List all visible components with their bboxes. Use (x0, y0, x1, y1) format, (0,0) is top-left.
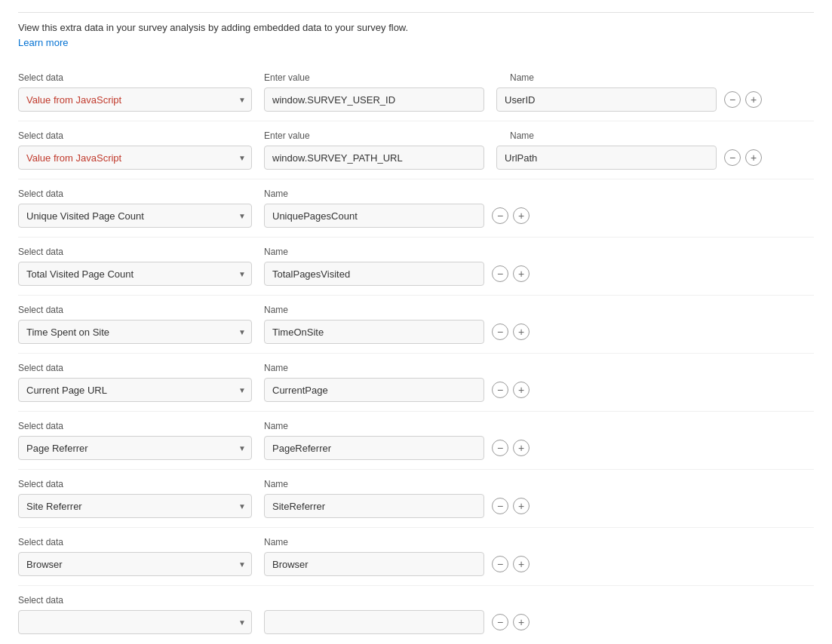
learn-more-link[interactable]: Learn more (18, 37, 68, 48)
add-row-button-9[interactable]: + (513, 556, 530, 572)
select-data-dropdown-4[interactable]: Total Visited Page Count (18, 262, 252, 286)
row-labels-2: Select dataEnter valueName (18, 130, 814, 141)
data-row-1: Select dataEnter valueNameValue from Jav… (18, 63, 814, 121)
select-data-label: Select data (18, 189, 252, 199)
select-data-dropdown-3[interactable]: Unique Visited Page Count (18, 204, 252, 228)
action-buttons-7: −+ (492, 440, 530, 456)
name-label: Name (264, 247, 288, 257)
remove-row-button-2[interactable]: − (724, 149, 741, 166)
data-row-6: Select dataNameCurrent Page URL▼−+ (18, 354, 814, 412)
data-row-10: Select data▼−+ (18, 586, 814, 643)
name-input-8[interactable] (264, 494, 484, 518)
name-label: Name (264, 189, 288, 199)
add-row-button-8[interactable]: + (513, 498, 530, 514)
name-input-2[interactable] (496, 146, 717, 170)
row-inputs-2: Value from JavaScript▼−+ (18, 146, 814, 170)
select-data-dropdown-2[interactable]: Value from JavaScript (18, 146, 252, 170)
select-data-label: Select data (18, 72, 252, 83)
remove-row-button-4[interactable]: − (492, 265, 508, 282)
action-buttons-6: −+ (492, 382, 530, 398)
name-input-9[interactable] (264, 552, 484, 576)
add-row-button-4[interactable]: + (513, 265, 530, 282)
action-buttons-8: −+ (492, 498, 530, 514)
data-row-4: Select dataNameTotal Visited Page Count▼… (18, 238, 814, 296)
name-input-10[interactable] (264, 610, 484, 634)
name-input-3[interactable] (264, 204, 484, 228)
name-label: Name (264, 421, 288, 431)
enter-value-input-1[interactable] (264, 87, 484, 112)
data-row-2: Select dataEnter valueNameValue from Jav… (18, 121, 814, 179)
data-row-8: Select dataNameSite Referrer▼−+ (18, 470, 814, 528)
add-row-button-1[interactable]: + (745, 91, 762, 108)
add-row-button-3[interactable]: + (513, 207, 530, 224)
select-wrapper: Time Spent on Site▼ (18, 320, 252, 344)
name-input-4[interactable] (264, 262, 484, 286)
name-input-7[interactable] (264, 436, 484, 460)
remove-row-button-7[interactable]: − (492, 440, 508, 456)
embedded-data-rows: Select dataEnter valueNameValue from Jav… (18, 63, 814, 643)
top-info-section: View this extra data in your survey anal… (18, 12, 814, 48)
select-wrapper: ▼ (18, 610, 252, 634)
remove-row-button-6[interactable]: − (492, 382, 508, 398)
row-labels-10: Select data (18, 595, 814, 606)
remove-row-button-9[interactable]: − (492, 556, 508, 572)
data-row-5: Select dataNameTime Spent on Site▼−+ (18, 296, 814, 354)
name-input-5[interactable] (264, 320, 484, 344)
row-inputs-5: Time Spent on Site▼−+ (18, 320, 814, 344)
name-label: Name (264, 305, 288, 315)
data-row-7: Select dataNamePage Referrer▼−+ (18, 412, 814, 470)
select-wrapper: Current Page URL▼ (18, 378, 252, 402)
select-data-label: Select data (18, 247, 252, 257)
remove-row-button-10[interactable]: − (492, 614, 508, 630)
add-row-button-7[interactable]: + (513, 440, 530, 456)
row-labels-9: Select dataName (18, 537, 814, 547)
select-wrapper: Site Referrer▼ (18, 494, 252, 518)
select-wrapper: Page Referrer▼ (18, 436, 252, 460)
select-data-label: Select data (18, 363, 252, 373)
select-wrapper: Total Visited Page Count▼ (18, 262, 252, 286)
data-row-9: Select dataNameBrowser▼−+ (18, 528, 814, 586)
row-labels-5: Select dataName (18, 305, 814, 315)
select-data-label: Select data (18, 537, 252, 547)
row-inputs-9: Browser▼−+ (18, 552, 814, 576)
select-data-dropdown-10[interactable] (18, 610, 252, 634)
action-buttons-10: −+ (492, 614, 530, 630)
row-inputs-4: Total Visited Page Count▼−+ (18, 262, 814, 286)
row-inputs-7: Page Referrer▼−+ (18, 436, 814, 460)
action-buttons-3: −+ (492, 207, 530, 224)
name-input-1[interactable] (496, 87, 717, 112)
select-data-dropdown-1[interactable]: Value from JavaScript (18, 87, 252, 112)
name-label: Name (510, 130, 534, 141)
row-labels-3: Select dataName (18, 189, 814, 199)
select-data-dropdown-7[interactable]: Page Referrer (18, 436, 252, 460)
select-wrapper: Value from JavaScript▼ (18, 87, 252, 112)
select-data-dropdown-5[interactable]: Time Spent on Site (18, 320, 252, 344)
remove-row-button-1[interactable]: − (724, 91, 741, 108)
name-label: Name (264, 537, 288, 547)
add-row-button-10[interactable]: + (513, 614, 530, 630)
select-data-dropdown-8[interactable]: Site Referrer (18, 494, 252, 518)
action-buttons-4: −+ (492, 265, 530, 282)
row-inputs-3: Unique Visited Page Count▼−+ (18, 204, 814, 228)
select-data-label: Select data (18, 421, 252, 431)
row-labels-6: Select dataName (18, 363, 814, 373)
select-data-label: Select data (18, 479, 252, 489)
add-row-button-2[interactable]: + (745, 149, 762, 166)
enter-value-input-2[interactable] (264, 146, 484, 170)
select-data-dropdown-9[interactable]: Browser (18, 552, 252, 576)
select-wrapper: Unique Visited Page Count▼ (18, 204, 252, 228)
name-input-6[interactable] (264, 378, 484, 402)
name-label: Name (264, 479, 288, 489)
select-wrapper: Value from JavaScript▼ (18, 146, 252, 170)
select-data-label: Select data (18, 130, 252, 141)
add-row-button-6[interactable]: + (513, 382, 530, 398)
remove-row-button-8[interactable]: − (492, 498, 508, 514)
enter-value-label: Enter value (264, 72, 498, 83)
remove-row-button-3[interactable]: − (492, 207, 508, 224)
action-buttons-5: −+ (492, 324, 530, 340)
select-data-dropdown-6[interactable]: Current Page URL (18, 378, 252, 402)
select-wrapper: Browser▼ (18, 552, 252, 576)
remove-row-button-5[interactable]: − (492, 324, 508, 340)
data-row-3: Select dataNameUnique Visited Page Count… (18, 179, 814, 238)
add-row-button-5[interactable]: + (513, 324, 530, 340)
